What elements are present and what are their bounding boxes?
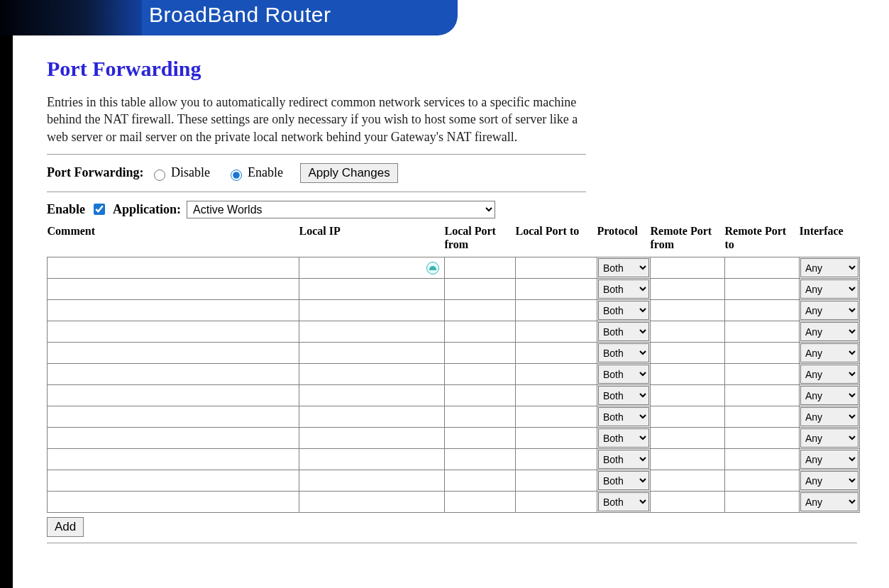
remote-port-to-input[interactable] [726,492,798,511]
local-ip-input[interactable] [300,492,443,511]
local-port-from-input[interactable] [446,428,514,448]
remote-port-to-input[interactable] [726,386,798,405]
enable-checkbox[interactable] [94,204,105,215]
interface-select[interactable]: Any [800,428,858,448]
protocol-select[interactable]: Both [598,279,649,299]
local-port-to-input[interactable] [517,492,596,511]
apply-changes-button[interactable]: Apply Changes [300,163,397,183]
interface-select[interactable]: Any [800,279,858,299]
remote-port-from-input[interactable] [651,471,724,490]
comment-input[interactable] [48,428,298,448]
remote-port-from-input[interactable] [651,407,724,426]
comment-input[interactable] [48,258,298,277]
enable-option[interactable]: Enable [227,165,282,180]
local-ip-input[interactable] [300,258,443,277]
local-port-from-input[interactable] [446,450,514,469]
protocol-select[interactable]: Both [598,258,649,277]
local-ip-input[interactable] [300,428,443,448]
interface-select[interactable]: Any [800,322,858,341]
local-port-to-input[interactable] [517,365,596,384]
comment-input[interactable] [48,343,298,362]
disable-radio[interactable] [154,170,165,181]
local-ip-input[interactable] [300,301,443,320]
comment-input[interactable] [48,365,298,384]
comment-input[interactable] [48,386,298,405]
local-port-from-input[interactable] [446,407,514,426]
protocol-select[interactable]: Both [598,343,649,362]
local-port-to-input[interactable] [517,258,596,277]
remote-port-from-input[interactable] [651,365,724,384]
comment-input[interactable] [48,471,298,490]
comment-input[interactable] [48,407,298,426]
local-ip-input[interactable] [300,471,443,490]
add-button[interactable]: Add [47,517,84,537]
interface-select[interactable]: Any [800,365,858,384]
protocol-select[interactable]: Both [598,492,649,511]
comment-input[interactable] [48,301,298,320]
protocol-select[interactable]: Both [598,471,649,490]
local-ip-input[interactable] [300,407,443,426]
local-port-to-input[interactable] [517,301,596,320]
remote-port-to-input[interactable] [726,471,798,490]
local-port-to-input[interactable] [517,279,596,299]
local-port-to-input[interactable] [517,450,596,469]
remote-port-from-input[interactable] [651,301,724,320]
local-port-from-input[interactable] [446,343,514,362]
local-port-to-input[interactable] [517,407,596,426]
protocol-select[interactable]: Both [598,322,649,341]
local-ip-input[interactable] [300,279,443,299]
local-port-from-input[interactable] [446,386,514,405]
remote-port-to-input[interactable] [726,279,798,299]
local-port-to-input[interactable] [517,428,596,448]
comment-input[interactable] [48,492,298,511]
interface-select[interactable]: Any [800,386,858,405]
protocol-select[interactable]: Both [598,428,649,448]
remote-port-from-input[interactable] [651,450,724,469]
interface-select[interactable]: Any [800,450,858,469]
protocol-select[interactable]: Both [598,386,649,405]
interface-select[interactable]: Any [800,301,858,320]
remote-port-to-input[interactable] [726,407,798,426]
local-port-to-input[interactable] [517,471,596,490]
local-ip-input[interactable] [300,365,443,384]
local-port-from-input[interactable] [446,301,514,320]
remote-port-from-input[interactable] [651,428,724,448]
remote-port-from-input[interactable] [651,343,724,362]
local-port-from-input[interactable] [446,322,514,341]
local-ip-input[interactable] [300,450,443,469]
remote-port-from-input[interactable] [651,322,724,341]
remote-port-from-input[interactable] [651,492,724,511]
protocol-select[interactable]: Both [598,407,649,426]
remote-port-to-input[interactable] [726,301,798,320]
local-port-from-input[interactable] [446,365,514,384]
remote-port-from-input[interactable] [651,386,724,405]
interface-select[interactable]: Any [800,407,858,426]
local-port-to-input[interactable] [517,386,596,405]
remote-port-to-input[interactable] [726,428,798,448]
local-ip-input[interactable] [300,386,443,405]
comment-input[interactable] [48,450,298,469]
comment-input[interactable] [48,279,298,299]
local-ip-input[interactable] [300,343,443,362]
protocol-select[interactable]: Both [598,365,649,384]
local-port-to-input[interactable] [517,343,596,362]
local-port-to-input[interactable] [517,322,596,341]
interface-select[interactable]: Any [800,343,858,362]
remote-port-to-input[interactable] [726,343,798,362]
remote-port-to-input[interactable] [726,322,798,341]
comment-input[interactable] [48,322,298,341]
remote-port-to-input[interactable] [726,258,798,277]
local-port-from-input[interactable] [446,258,514,277]
interface-select[interactable]: Any [800,492,858,511]
enable-radio[interactable] [231,170,242,181]
local-ip-input[interactable] [300,322,443,341]
local-port-from-input[interactable] [446,279,514,299]
local-port-from-input[interactable] [446,471,514,490]
interface-select[interactable]: Any [800,471,858,490]
remote-port-from-input[interactable] [651,279,724,299]
remote-port-from-input[interactable] [651,258,724,277]
remote-port-to-input[interactable] [726,365,798,384]
protocol-select[interactable]: Both [598,301,649,320]
disable-option[interactable]: Disable [150,165,209,180]
application-select[interactable]: Active Worlds [187,201,495,218]
